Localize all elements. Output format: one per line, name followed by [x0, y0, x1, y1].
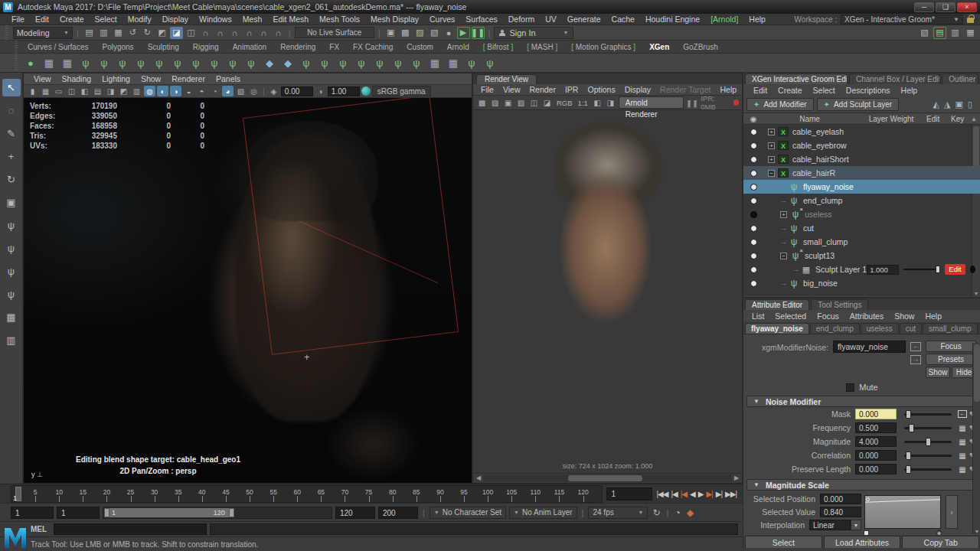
- render-view-tab[interactable]: Render View: [476, 74, 537, 84]
- groom-attract-brush-icon[interactable]: ψ: [335, 55, 351, 70]
- timeline-tick-10[interactable]: 10: [59, 487, 66, 496]
- menu-view[interactable]: View: [498, 85, 525, 94]
- node-tab-small-clump[interactable]: small_clump: [923, 323, 978, 334]
- wireframe-icon[interactable]: ▥: [131, 86, 142, 96]
- select-hierarchy-mode-icon[interactable]: ◫: [185, 27, 198, 39]
- texture-map-icon[interactable]: ▦: [958, 452, 967, 460]
- live-surface-field[interactable]: No Live Surface: [295, 27, 374, 38]
- layout-single-pane-icon[interactable]: ▦: [2, 308, 21, 326]
- texture-map-icon[interactable]: ▦: [958, 438, 967, 446]
- attribute-value-field[interactable]: 0.000: [855, 450, 897, 461]
- fps-selector[interactable]: 24 fps▼: [588, 507, 648, 519]
- exposure-field[interactable]: 0.00: [281, 86, 313, 96]
- groom-guides-to-curves-icon[interactable]: ▦: [446, 55, 461, 70]
- menu-uv[interactable]: UV: [540, 15, 562, 24]
- visibility-toggle[interactable]: [743, 129, 763, 135]
- name-column-header[interactable]: Name: [763, 115, 856, 123]
- restore-button[interactable]: ❏: [936, 2, 956, 12]
- use-all-lights-icon[interactable]: ◑: [170, 86, 181, 96]
- slider-handle[interactable]: [906, 410, 911, 419]
- visibility-toggle[interactable]: [743, 142, 763, 149]
- menu-file[interactable]: File: [6, 15, 30, 24]
- tree-item-sculpt-layer-1[interactable]: →▦Sculpt Layer 11.000Edit: [743, 262, 980, 276]
- shelf-tab-rendering[interactable]: Rendering: [274, 43, 322, 51]
- menu-ipr[interactable]: IPR: [560, 85, 583, 94]
- shelf-tab-fx-caching[interactable]: FX Caching: [347, 43, 399, 51]
- menu-curves[interactable]: Curves: [424, 15, 460, 24]
- shelf-tab-rigging[interactable]: Rigging: [187, 43, 225, 51]
- step-forward-frame-button[interactable]: ▶|: [716, 490, 722, 498]
- scroll-right-icon[interactable]: ▶: [732, 474, 741, 481]
- groom-sculpt-layer-icon[interactable]: ψ: [390, 55, 406, 70]
- menu-select[interactable]: Select: [90, 15, 122, 24]
- current-frame-field[interactable]: 1: [606, 487, 652, 500]
- menu-mesh-display[interactable]: Mesh Display: [365, 15, 424, 24]
- minimize-button[interactable]: ─: [914, 2, 934, 12]
- mute-checkbox[interactable]: [846, 383, 854, 392]
- time-slider-ruler[interactable]: 1 51015202530354045505560657075808590951…: [11, 485, 603, 503]
- layout-poly-modeling-icon[interactable]: ▤: [933, 27, 946, 39]
- timeline-tick-75[interactable]: 75: [369, 487, 376, 496]
- expander-icon[interactable]: −: [780, 253, 787, 259]
- visibility-toggle[interactable]: [743, 253, 763, 259]
- noise-modifier-section-header[interactable]: ▼ Noise Modifier: [746, 396, 978, 407]
- playback-end-field[interactable]: 120: [335, 507, 375, 519]
- xgen-interactive-playback-icon[interactable]: ▶: [457, 27, 470, 39]
- eye-icon[interactable]: [750, 170, 757, 177]
- tree-item-small-clump[interactable]: →ψsmall_clump: [743, 235, 980, 249]
- show-button[interactable]: Show: [926, 367, 950, 378]
- shadows-icon[interactable]: ◒: [183, 86, 194, 96]
- menu-focus[interactable]: Focus: [812, 311, 844, 321]
- eye-icon[interactable]: [750, 225, 757, 232]
- gate-mask-icon[interactable]: ◧: [79, 86, 90, 96]
- anti-alias-icon[interactable]: ◕: [222, 86, 234, 96]
- attribute-value-field[interactable]: 0.000: [855, 464, 897, 474]
- copy-tab-icon[interactable]: ←: [910, 342, 921, 351]
- color-management-icon[interactable]: [361, 86, 371, 96]
- timeline-tick-95[interactable]: 95: [464, 487, 471, 496]
- eye-icon[interactable]: [750, 156, 757, 163]
- shelf-tab-bifrost[interactable]: [ Bifrost ]: [477, 43, 519, 51]
- groom-create-icon[interactable]: ψ: [96, 55, 112, 70]
- pause-playback-icon[interactable]: ❚❚: [472, 27, 485, 39]
- timeline-tick-65[interactable]: 65: [321, 487, 328, 496]
- tree-item-cable-eyebrow[interactable]: +Xcable_eyebrow: [743, 139, 980, 152]
- rgb-label[interactable]: RGB: [555, 99, 574, 107]
- animation-start-field[interactable]: 1: [11, 507, 54, 519]
- visibility-toggle[interactable]: [743, 170, 763, 177]
- attribute-value-field[interactable]: 0.000: [820, 494, 861, 504]
- field-chart-icon[interactable]: ▤: [92, 86, 103, 96]
- render-view-horizontal-scrollbar[interactable]: ◀ ▶: [474, 473, 741, 482]
- magnitude-scale-section-header[interactable]: ▼ Magnitude Scale: [746, 479, 978, 491]
- shelf-tab-xgen[interactable]: XGen: [643, 43, 675, 51]
- node-name-field[interactable]: flyaway_noise: [833, 341, 906, 353]
- smooth-shade-icon[interactable]: ◍: [144, 86, 155, 96]
- menu-surfaces[interactable]: Surfaces: [460, 15, 502, 24]
- timeline-tick-50[interactable]: 50: [250, 487, 256, 496]
- delete-icon[interactable]: ▯: [968, 99, 972, 109]
- select-component-mode-icon[interactable]: ◪: [170, 27, 183, 39]
- render-current-frame-icon[interactable]: ▩: [476, 97, 488, 108]
- grid-icon[interactable]: ▦: [40, 86, 51, 96]
- eye-icon[interactable]: [750, 197, 757, 204]
- visibility-toggle[interactable]: [743, 280, 763, 287]
- manipulator-pivot-icon[interactable]: +: [302, 352, 312, 363]
- groom-part-brush-icon[interactable]: ψ: [225, 55, 240, 70]
- slider-handle[interactable]: [906, 465, 911, 474]
- open-scene-icon[interactable]: ▥: [97, 27, 110, 39]
- timeline-tick-35[interactable]: 35: [178, 487, 185, 496]
- render-current-frame-icon[interactable]: ▩: [399, 27, 412, 39]
- menu-help[interactable]: Help: [920, 311, 947, 321]
- layer-weight-field[interactable]: 1.000: [867, 265, 899, 275]
- undo-icon[interactable]: ↺: [126, 27, 139, 39]
- scroll-down-icon[interactable]: ▼: [972, 291, 980, 296]
- shelf-tab-polygons[interactable]: Polygons: [96, 43, 139, 51]
- xgen-create-description-icon[interactable]: ●: [23, 55, 38, 70]
- dropdown-arrow-icon[interactable]: ▼: [851, 520, 861, 530]
- slider-handle[interactable]: [906, 452, 911, 460]
- playback-start-field[interactable]: 1: [57, 507, 100, 519]
- visibility-toggle[interactable]: [743, 239, 763, 246]
- layout-uv-editing-icon[interactable]: ▥: [949, 27, 962, 39]
- timeline-tick-120[interactable]: 120: [583, 487, 594, 496]
- menu-create[interactable]: Create: [54, 15, 90, 24]
